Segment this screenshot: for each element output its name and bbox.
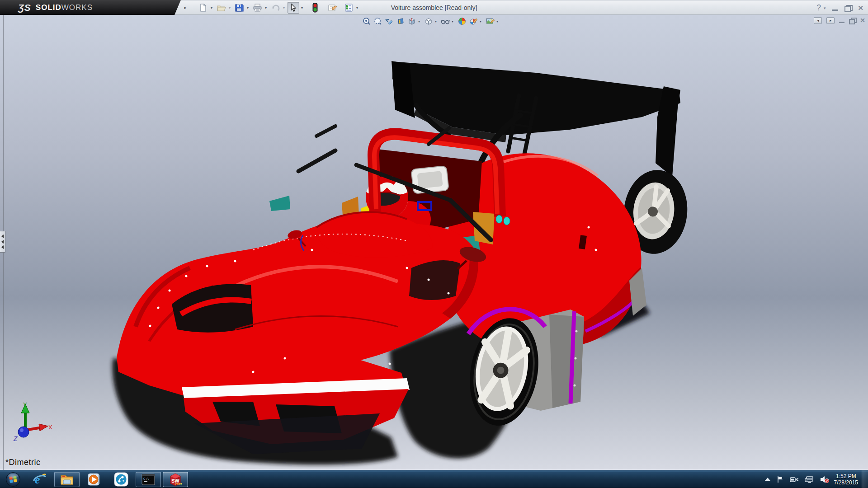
doc-restore-button[interactable]	[849, 18, 855, 23]
save-dropdown[interactable]: ▾	[245, 2, 250, 14]
solidworks-app-icon: SW 2015	[168, 472, 183, 487]
solidworks-window: ƷS SOLIDWORKS ▸ ▾ ▾ ▾	[0, 0, 868, 488]
network-display-icon[interactable]	[805, 476, 814, 483]
open-document-button[interactable]	[215, 2, 227, 14]
save-floppy-icon	[235, 3, 244, 12]
collapse-right-pane-button[interactable]: ▸	[826, 17, 835, 24]
folder-explorer-icon	[60, 473, 74, 486]
document-window-controls: ◂ ▸ ✕	[814, 17, 865, 24]
options-button[interactable]	[343, 2, 354, 14]
view-orientation-label: *Dimetric	[5, 458, 41, 467]
graphics-viewport[interactable]: ▾ ▾ ▾ ▾ ▾ ◂ ▸	[0, 15, 868, 470]
new-document-icon	[198, 3, 208, 12]
file-properties-button[interactable]	[326, 2, 338, 14]
undo-button[interactable]	[269, 2, 281, 14]
rebuild-button[interactable]	[309, 2, 321, 14]
restore-button[interactable]	[844, 5, 851, 11]
sw-year: 2015	[175, 483, 182, 486]
window-controls: ? ▾ ✕	[816, 0, 863, 15]
save-button[interactable]	[233, 2, 245, 14]
command-prompt-icon: C:\_	[141, 473, 156, 486]
windows-start-orb-icon	[5, 472, 21, 487]
new-dropdown[interactable]: ▾	[209, 2, 214, 14]
zoom-to-fit-icon	[363, 17, 371, 25]
doc-close-button[interactable]: ✕	[860, 17, 865, 24]
options-dropdown[interactable]: ▾	[354, 2, 360, 14]
clock-time: 1:52 PM	[834, 473, 858, 479]
view-orientation-dropdown[interactable]: ▾	[418, 19, 422, 23]
show-hidden-icons-button[interactable]	[764, 477, 771, 482]
help-dropdown[interactable]: ▾	[824, 6, 826, 10]
previous-view-icon	[385, 17, 393, 25]
system-tray	[764, 475, 830, 483]
view-orientation-button[interactable]	[407, 16, 417, 26]
triad-x-label: X	[48, 424, 52, 431]
taskbar-windows-explorer[interactable]	[54, 472, 80, 487]
appearance-sphere-icon	[458, 17, 466, 25]
minimize-button[interactable]	[832, 5, 838, 11]
section-view-icon	[396, 17, 405, 25]
display-style-button[interactable]	[424, 16, 434, 26]
undo-dropdown[interactable]: ▾	[281, 2, 287, 14]
select-dropdown[interactable]: ▾	[299, 2, 305, 14]
triad-y-label: Y	[23, 401, 27, 408]
race-car-model[interactable]	[0, 15, 868, 470]
zoom-to-area-icon	[374, 17, 382, 25]
power-plug-icon[interactable]	[790, 476, 799, 483]
media-player-icon	[87, 472, 101, 487]
action-center-flag-icon[interactable]	[777, 476, 784, 483]
taskbar-media-player[interactable]	[81, 472, 107, 487]
svg-text:e: e	[35, 473, 40, 486]
triad-z-label: Z	[13, 435, 18, 442]
taskbar-solidworks[interactable]: SW 2015	[163, 472, 188, 487]
zoom-to-area-button[interactable]	[373, 16, 383, 26]
taskbar-command-prompt[interactable]: C:\_	[136, 472, 161, 487]
doc-minimize-button[interactable]	[839, 21, 844, 23]
new-document-button[interactable]	[197, 2, 209, 14]
select-cursor-icon	[289, 3, 297, 12]
close-button[interactable]: ✕	[858, 4, 863, 12]
headsup-view-toolbar: ▾ ▾ ▾ ▾ ▾	[362, 16, 500, 26]
display-style-dropdown[interactable]: ▾	[435, 19, 439, 23]
menu-flyout-arrow[interactable]: ▸	[182, 3, 189, 13]
solidworks-logo: ƷS SOLIDWORKS	[0, 0, 181, 15]
select-tool-button[interactable]	[288, 2, 299, 14]
previous-view-button[interactable]	[384, 16, 394, 26]
reference-triad: Y X Z	[7, 401, 52, 446]
internet-explorer-icon: e	[33, 472, 47, 487]
dassault-3s-icon: ƷS	[18, 2, 31, 13]
apply-scene-icon	[486, 17, 495, 25]
open-folder-icon	[217, 3, 226, 12]
view-orientation-icon	[408, 17, 416, 25]
show-desktop-button[interactable]	[862, 470, 868, 488]
taskbar-clock[interactable]: 1:52 PM 7/28/2015	[834, 473, 858, 486]
zoom-to-fit-button[interactable]	[362, 16, 372, 26]
start-button[interactable]	[1, 472, 25, 487]
options-checklist-icon	[344, 3, 354, 12]
undo-arrow-icon	[271, 3, 280, 12]
volume-muted-icon[interactable]	[820, 475, 830, 483]
taskbar-internet-explorer[interactable]: e	[27, 472, 52, 487]
taskbar-share-app[interactable]	[108, 472, 134, 487]
help-button[interactable]: ?	[816, 3, 821, 13]
edit-appearance-icon	[469, 17, 477, 25]
windows-taskbar: e	[0, 470, 868, 488]
appearances-button[interactable]	[457, 16, 467, 26]
hide-show-items-button[interactable]	[440, 16, 450, 26]
cmd-prompt-text: C:\_	[143, 477, 151, 481]
collapse-left-pane-button[interactable]: ◂	[814, 17, 822, 24]
open-dropdown[interactable]: ▾	[227, 2, 232, 14]
print-dropdown[interactable]: ▾	[263, 2, 269, 14]
title-bar: ƷS SOLIDWORKS ▸ ▾ ▾ ▾	[0, 0, 868, 15]
brand-text: SOLIDWORKS	[36, 3, 93, 12]
section-view-button[interactable]	[396, 16, 406, 26]
file-properties-icon	[327, 3, 337, 12]
apply-scene-button[interactable]	[485, 16, 495, 26]
hide-show-dropdown[interactable]: ▾	[452, 19, 456, 23]
edit-appearance-button[interactable]	[468, 16, 478, 26]
print-button[interactable]	[251, 2, 263, 14]
apply-scene-dropdown[interactable]: ▾	[496, 19, 500, 23]
edit-appearance-dropdown[interactable]: ▾	[480, 19, 484, 23]
share-app-icon	[113, 472, 129, 487]
eyeglasses-icon	[441, 17, 450, 25]
